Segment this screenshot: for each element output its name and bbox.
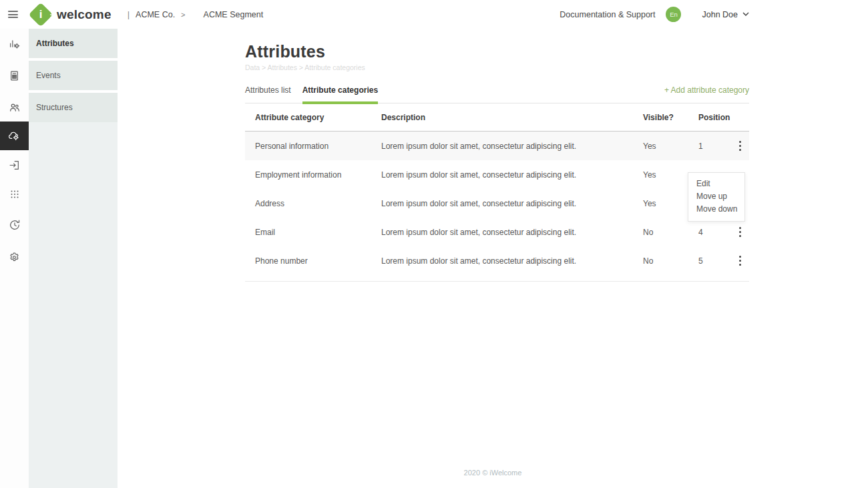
sidebar-item-label: Events [36, 71, 61, 80]
sidebar-label-panel: Attributes Events Structures [29, 29, 118, 488]
logo-wordmark: welcome [57, 7, 112, 22]
apps-grid-icon [9, 189, 20, 200]
cell-visible: No [643, 256, 698, 266]
rail-item-events[interactable] [0, 61, 29, 90]
attribute-categories-table: Attribute category Description Visible? … [245, 103, 749, 282]
logo-diamond-icon: i [28, 2, 53, 27]
sign-in-icon [9, 160, 20, 171]
table-header-row: Attribute category Description Visible? … [245, 103, 749, 132]
cloud-gear-icon [8, 130, 21, 142]
cell-category: Personal information [245, 142, 381, 151]
app-logo[interactable]: i welcome [28, 2, 112, 27]
cell-category: Phone number [245, 256, 381, 266]
row-context-menu: Edit Move up Move down [688, 172, 745, 222]
rail-item-sign-in[interactable] [0, 150, 29, 180]
tab-attributes-list[interactable]: Attributes list [245, 85, 291, 103]
cell-position: 5 [698, 256, 735, 266]
topbar-company[interactable]: ACME Co. [136, 10, 175, 19]
table-row: Address Lorem ipsum dolor sit amet, cons… [245, 189, 749, 218]
row-menu-button[interactable] [735, 252, 744, 270]
row-menu-button[interactable] [735, 224, 744, 241]
language-badge[interactable]: En [666, 7, 681, 22]
context-menu-item-move-down[interactable]: Move down [688, 203, 744, 216]
rail-item-apps[interactable] [0, 180, 29, 209]
docs-support-link[interactable]: Documentation & Support [560, 10, 655, 19]
topbar-segment[interactable]: ACME Segment [204, 10, 264, 19]
settings-gear-icon [9, 252, 20, 263]
column-header-visible: Visible? [643, 113, 698, 122]
footer-copyright: 2020 © iWelcome [118, 469, 868, 477]
row-menu-button[interactable] [735, 138, 744, 155]
user-menu[interactable]: John Doe [702, 10, 738, 19]
cell-position: 1 [698, 142, 735, 151]
cell-description: Lorem ipsum dolor sit amet, consectetur … [381, 199, 643, 208]
breadcrumb: Data > Attributes > Attribute categories [245, 63, 749, 71]
cell-description: Lorem ipsum dolor sit amet, consectetur … [381, 142, 643, 151]
topbar: i welcome | ACME Co. > ACME Segment Docu… [0, 0, 868, 29]
topbar-right: Documentation & Support En John Doe [560, 7, 749, 22]
topbar-chevron: > [181, 11, 185, 19]
column-header-position: Position [698, 113, 735, 122]
table-row: Employment information Lorem ipsum dolor… [245, 160, 749, 189]
tab-bar: Attributes list Attribute categories + A… [245, 85, 749, 103]
hamburger-icon[interactable] [8, 11, 18, 18]
sidebar-item-structures[interactable]: Structures [29, 93, 118, 122]
sidebar-item-label: Structures [36, 103, 73, 112]
rail-item-active-section[interactable] [0, 121, 29, 150]
cell-visible: No [643, 228, 698, 237]
rail-item-settings[interactable] [0, 241, 29, 273]
table-row: Personal information Lorem ipsum dolor s… [245, 132, 749, 160]
history-icon [9, 219, 21, 231]
chevron-down-icon[interactable] [742, 12, 749, 17]
rail-item-history[interactable] [0, 209, 29, 241]
sidebar-icon-rail [0, 29, 29, 488]
sidebar-item-attributes[interactable]: Attributes [29, 29, 118, 58]
page-title: Attributes [245, 42, 749, 61]
rail-item-structures[interactable] [0, 93, 29, 121]
cell-visible: Yes [643, 142, 698, 151]
add-attribute-category-link[interactable]: + Add attribute category [664, 85, 749, 103]
page: i welcome | ACME Co. > ACME Segment Docu… [0, 0, 868, 488]
sidebar-item-label: Attributes [36, 39, 74, 48]
people-icon [9, 101, 21, 113]
sidebar-item-events[interactable]: Events [29, 61, 118, 90]
cell-position: 4 [698, 228, 735, 237]
cell-description: Lorem ipsum dolor sit amet, consectetur … [381, 256, 643, 266]
cell-description: Lorem ipsum dolor sit amet, consectetur … [381, 170, 643, 180]
rail-item-attributes[interactable] [0, 29, 29, 58]
tab-attribute-categories[interactable]: Attribute categories [302, 85, 378, 103]
cell-description: Lorem ipsum dolor sit amet, consectetur … [381, 228, 643, 237]
main-content: Attributes Data > Attributes > Attribute… [118, 29, 868, 488]
cell-category: Address [245, 199, 381, 208]
column-header-description: Description [381, 113, 643, 122]
context-menu-item-move-up[interactable]: Move up [688, 190, 744, 203]
table-row: Email Lorem ipsum dolor sit amet, consec… [245, 218, 749, 246]
bar-chart-gear-icon [9, 38, 20, 49]
document-grid-icon [9, 70, 20, 81]
table-row: Phone number Lorem ipsum dolor sit amet,… [245, 246, 749, 275]
logo-mark-letter: i [39, 9, 43, 20]
cell-category: Email [245, 228, 381, 237]
topbar-divider: | [128, 9, 130, 19]
column-header-attribute-category: Attribute category [245, 113, 381, 122]
context-menu-item-edit[interactable]: Edit [688, 178, 744, 190]
cell-category: Employment information [245, 170, 381, 180]
